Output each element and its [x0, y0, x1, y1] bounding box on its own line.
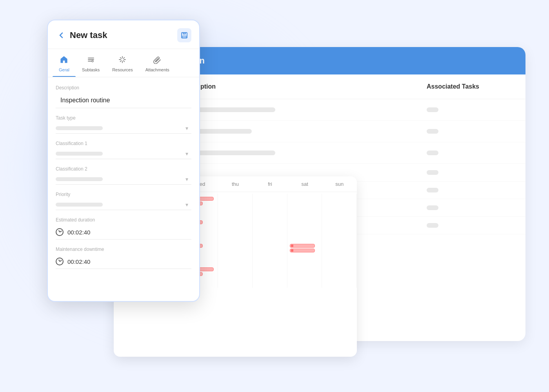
priority-field: Priority ▾	[56, 192, 191, 210]
cal-cell	[287, 194, 322, 217]
estimated-duration-field: Estimated duration 00:02:40	[56, 217, 191, 240]
back-button[interactable]	[56, 30, 67, 41]
maintenance-downtime-value-row: 00:02:40	[56, 254, 191, 269]
task-type-label: Task type	[56, 115, 191, 121]
cal-cell	[322, 264, 357, 288]
row-description	[181, 151, 427, 155]
chevron-down-icon: ▾	[185, 151, 188, 157]
form-body: Description Task type ▾ Classification 1…	[48, 77, 199, 284]
row-associated-tasks	[427, 188, 513, 192]
tab-resources[interactable]: Resources	[106, 52, 139, 77]
tabs: Geral Subtasks Resources	[48, 49, 199, 77]
classification1-skeleton	[56, 152, 103, 156]
cal-cell	[218, 217, 253, 241]
estimated-duration-value[interactable]: 00:02:40	[67, 229, 90, 236]
estimated-duration-value-row: 00:02:40	[56, 225, 191, 240]
priority-skeleton	[56, 203, 103, 207]
row-associated-tasks	[427, 107, 513, 112]
cal-cell	[218, 241, 253, 264]
description-col-header: Description	[181, 83, 427, 90]
cal-day-sat: sat	[287, 176, 322, 192]
table-row	[153, 142, 525, 164]
back-btn-area: New task	[56, 30, 107, 41]
maintenance-downtime-field: Maintenance downtime 00:02:40	[56, 247, 191, 269]
priority-label: Priority	[56, 192, 191, 197]
tab-attachments-label: Attachments	[145, 67, 169, 72]
classification2-skeleton	[56, 177, 103, 181]
classification1-select[interactable]: ▾	[56, 149, 191, 159]
description-input[interactable]	[56, 93, 191, 108]
classification1-label: Classification 1	[56, 141, 191, 146]
tab-geral-label: Geral	[59, 67, 69, 72]
maintenance-downtime-value[interactable]: 00:02:40	[67, 258, 90, 265]
classification2-field: Classification 2 ▾	[56, 166, 191, 185]
attachments-icon	[153, 55, 162, 66]
clock-hand-minute	[60, 230, 62, 232]
description-field: Description	[56, 85, 191, 108]
resources-icon	[118, 55, 127, 66]
svg-rect-2	[182, 35, 186, 38]
panel-header: New task	[48, 20, 199, 49]
row-description	[181, 129, 427, 134]
estimated-duration-label: Estimated duration	[56, 217, 191, 223]
classification2-label: Classification 2	[56, 166, 191, 172]
cal-cell	[253, 241, 287, 264]
cal-cell	[218, 264, 253, 288]
cal-cell	[253, 217, 287, 241]
cal-cell	[287, 241, 322, 264]
tab-subtasks-label: Subtasks	[82, 67, 100, 72]
cal-cell	[322, 217, 357, 241]
priority-select[interactable]: ▾	[56, 200, 191, 210]
cal-cell	[322, 241, 357, 264]
chevron-down-icon: ▾	[185, 176, 188, 182]
row-associated-tasks	[427, 170, 513, 175]
associated-tasks-col-header: Associated Tasks	[427, 83, 513, 90]
clock-hand-minute	[60, 260, 62, 261]
task-type-skeleton	[56, 126, 103, 130]
classification2-select[interactable]: ▾	[56, 174, 191, 185]
task-plan-table-header: Description Associated Tasks	[153, 74, 525, 99]
description-label: Description	[56, 85, 191, 91]
cal-cell	[218, 194, 253, 217]
row-associated-tasks	[427, 129, 513, 134]
cal-day-sun: sun	[322, 176, 357, 192]
cal-day-thu: thu	[218, 176, 253, 192]
tab-attachments[interactable]: Attachments	[139, 52, 176, 77]
subtasks-icon	[87, 55, 95, 66]
row-description	[181, 107, 427, 112]
task-type-select[interactable]: ▾	[56, 123, 191, 134]
svg-point-6	[92, 60, 93, 62]
cal-cell	[287, 217, 322, 241]
cal-cell	[253, 264, 287, 288]
task-type-field: Task type ▾	[56, 115, 191, 134]
tab-subtasks[interactable]: Subtasks	[76, 52, 106, 77]
row-associated-tasks	[427, 223, 513, 228]
home-icon	[60, 55, 68, 66]
cal-cell	[322, 194, 357, 217]
chevron-down-icon: ▾	[185, 125, 188, 131]
save-button[interactable]	[177, 28, 191, 42]
row-associated-tasks	[427, 205, 513, 210]
tab-resources-label: Resources	[112, 67, 133, 72]
row-associated-tasks	[427, 151, 513, 155]
panel-title: New task	[70, 30, 107, 40]
cal-cell	[287, 264, 322, 288]
tab-geral[interactable]: Geral	[53, 52, 76, 77]
cal-cell	[253, 194, 287, 217]
maintenance-downtime-label: Maintenance downtime	[56, 247, 191, 252]
table-row	[153, 121, 525, 142]
new-task-panel: New task Geral	[47, 20, 200, 302]
clock-icon	[56, 258, 64, 265]
task-plan-header: Task plan	[153, 47, 525, 74]
chevron-down-icon: ▾	[185, 201, 188, 208]
table-row	[153, 99, 525, 121]
clock-icon	[56, 228, 64, 236]
classification1-field: Classification 1 ▾	[56, 141, 191, 159]
cal-day-fri: fri	[253, 176, 287, 192]
